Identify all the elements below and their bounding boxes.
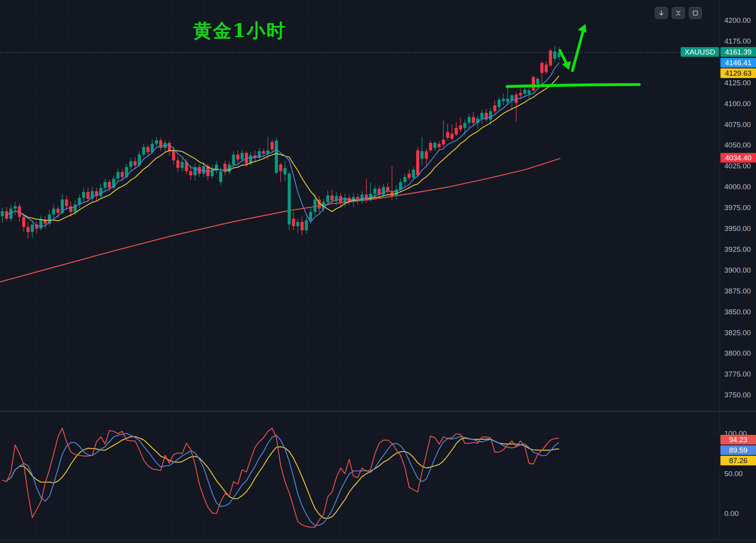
arrow-down-icon	[658, 10, 664, 16]
chart-toolbar	[655, 7, 702, 19]
price-tick: 3950.00	[720, 224, 756, 233]
price-tick: 4100.00	[720, 100, 756, 108]
stoch-blue-badge: 89.59	[720, 445, 756, 455]
price-tick: 3775.00	[720, 370, 756, 378]
ma-blue-badge: 4146.41	[720, 58, 756, 68]
symbol-label: XAUUSD	[681, 47, 719, 57]
time-axis[interactable]	[0, 539, 756, 543]
price-tick: 4175.00	[720, 37, 756, 46]
chart-title-annotation[interactable]: 黄金1小时	[193, 19, 286, 43]
chevrons-collapse-icon	[675, 10, 681, 16]
price-tick: 3900.00	[720, 266, 756, 275]
trading-chart-window: 黄金1小时 4200.004175.004150.004125.004100.0…	[0, 0, 756, 543]
price-tick: 3750.00	[720, 391, 756, 399]
arrow-up-segment	[572, 28, 584, 71]
price-tick: 3825.00	[720, 329, 756, 337]
last-price-badge: 4161.39	[720, 47, 756, 57]
price-tick: 4025.00	[720, 162, 756, 170]
price-tick: 0.00	[720, 509, 756, 518]
price-tick: 4000.00	[720, 183, 756, 191]
stoch-yellow-badge: 87.26	[720, 456, 756, 465]
candles	[1, 46, 560, 239]
ma-yellow-badge: 4129.63	[720, 68, 756, 78]
price-tick: 4125.00	[720, 79, 756, 87]
ma-red-badge: 4034.40	[720, 153, 756, 163]
fullscreen-square-icon	[692, 10, 698, 16]
price-tick: 50.00	[720, 470, 756, 478]
price-tick: 4075.00	[720, 120, 756, 129]
maximize-pane-button[interactable]	[672, 7, 685, 19]
price-tick: 3875.00	[720, 287, 756, 295]
support-line-annotation	[507, 85, 639, 87]
pane-divider[interactable]	[0, 411, 756, 412]
price-tick: 3800.00	[720, 349, 756, 358]
price-axis[interactable]: 4200.004175.004150.004125.004100.004075.…	[720, 0, 756, 539]
fullscreen-button[interactable]	[689, 7, 702, 19]
scroll-to-latest-button[interactable]	[655, 7, 668, 19]
chart-canvas[interactable]	[0, 0, 756, 543]
price-tick: 3925.00	[720, 245, 756, 254]
price-tick: 4050.00	[720, 141, 756, 149]
stoch-red-badge: 94.23	[720, 435, 756, 445]
price-tick: 3975.00	[720, 204, 756, 212]
green-annotations[interactable]	[507, 24, 639, 87]
price-tick: 3850.00	[720, 308, 756, 316]
price-tick: 4200.00	[720, 16, 756, 25]
